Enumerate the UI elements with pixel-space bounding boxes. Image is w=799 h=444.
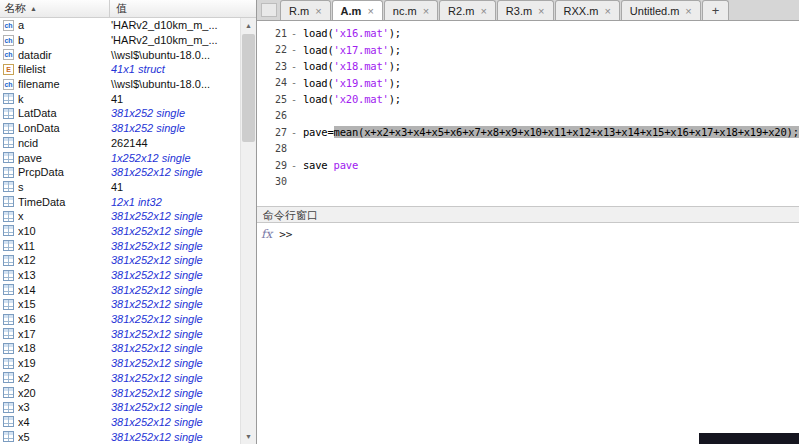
workspace-row[interactable]: PrcpData381x252x12 single [0,165,241,180]
close-tab-icon[interactable]: × [685,5,691,17]
workspace-row[interactable]: chdatadir\\wsl$\ubuntu-18.0... [0,47,241,62]
new-tab-button[interactable]: + [702,0,730,20]
workspace-value-column-header[interactable]: 值 [110,0,256,17]
code-text: pave=mean(x+x2+x3+x4+x5+x6+x7+x8+x9+x10+… [301,126,799,138]
close-tab-icon[interactable]: × [423,5,429,17]
line-number: 23 [257,61,287,72]
workspace-row[interactable]: x18381x252x12 single [0,341,241,356]
workspace-row[interactable]: chb'HARv2_d10km_m_... [0,33,241,48]
editor-tab-r3m[interactable]: R3.m× [497,0,554,20]
variable-value: 'HARv2_d10km_m_... [107,19,241,31]
code-line[interactable]: 21-load('x16.mat'); [257,25,799,42]
tab-label: R2.m [448,5,474,17]
workspace-row[interactable]: x10381x252x12 single [0,224,241,239]
code-line[interactable]: 27-pave=mean(x+x2+x3+x4+x5+x6+x7+x8+x9+x… [257,124,799,141]
close-tab-icon[interactable]: × [480,5,486,17]
workspace-row[interactable]: pave1x252x12 single [0,150,241,165]
close-tab-icon[interactable]: × [315,5,321,17]
code-line[interactable]: 24-load('x19.mat'); [257,75,799,92]
workspace-row[interactable]: Efilelist41x1 struct [0,62,241,77]
variable-value: 381x252x12 single [107,240,241,252]
workspace-row[interactable]: x15381x252x12 single [0,297,241,312]
workspace-row[interactable]: x11381x252x12 single [0,238,241,253]
scrollbar-thumb[interactable] [242,34,255,142]
code-line[interactable]: 26 [257,108,799,125]
workspace-variable-list: cha'HARv2_d10km_m_...chb'HARv2_d10km_m_.… [0,18,241,444]
editor-tab-bar: R.m×A.m×nc.m×R2.m×R3.m×RXX.m×Untitled.m×… [257,0,799,21]
variable-value: 41 [107,181,241,193]
fold-marker: - [287,94,301,105]
editor-tab-r2m[interactable]: R2.m× [439,0,496,20]
variable-value: 381x252x12 single [107,284,241,296]
workspace-row[interactable]: x2381x252x12 single [0,371,241,386]
workspace-row[interactable]: LatData381x252 single [0,106,241,121]
tab-label: Untitled.m [630,5,680,17]
num-variable-icon [3,328,14,339]
close-tab-icon[interactable]: × [604,5,610,17]
num-variable-icon [3,211,14,222]
workspace-row[interactable]: chfilename\\wsl$\ubuntu-18.0... [0,77,241,92]
char-variable-icon: ch [3,35,14,46]
line-number: 27 [257,127,287,138]
workspace-row[interactable]: s41 [0,180,241,195]
code-segment-plain: ); [389,93,401,105]
tab-label: RXX.m [564,5,599,17]
num-variable-icon [3,343,14,354]
workspace-header: 名称 ▲ 值 [0,0,256,18]
workspace-row[interactable]: x19381x252x12 single [0,356,241,371]
code-line[interactable]: 29-save pave [257,157,799,174]
variable-name: s [18,181,107,193]
workspace-row[interactable]: x3381x252x12 single [0,400,241,415]
workspace-row[interactable]: x4381x252x12 single [0,415,241,430]
workspace-panel: 名称 ▲ 值 cha'HARv2_d10km_m_...chb'HARv2_d1… [0,0,257,444]
num-variable-icon [3,255,14,266]
workspace-row[interactable]: x381x252x12 single [0,209,241,224]
scroll-down-arrow-icon[interactable]: ▼ [241,429,256,444]
workspace-row[interactable]: TimeData12x1 int32 [0,194,241,209]
code-line[interactable]: 23-load('x18.mat'); [257,58,799,75]
workspace-row[interactable]: x17381x252x12 single [0,326,241,341]
workspace-row[interactable]: LonData381x252 single [0,121,241,136]
close-tab-icon[interactable]: × [538,5,544,17]
workspace-row[interactable]: ncid262144 [0,136,241,151]
editor-tab-untitledm[interactable]: Untitled.m× [621,0,701,20]
variable-value: 381x252x12 single [107,328,241,340]
fold-marker: - [287,127,301,138]
variable-name: x15 [18,298,107,310]
workspace-row[interactable]: x13381x252x12 single [0,268,241,283]
workspace-row[interactable]: x14381x252x12 single [0,282,241,297]
char-variable-icon: ch [3,79,14,90]
variable-name: x4 [18,416,107,428]
variable-value: 381x252 single [107,122,241,134]
workspace-row[interactable]: x12381x252x12 single [0,253,241,268]
workspace-name-column-header[interactable]: 名称 ▲ [0,0,110,17]
matlab-window: 名称 ▲ 值 cha'HARv2_d10km_m_...chb'HARv2_d1… [0,0,799,444]
workspace-row[interactable]: x5381x252x12 single [0,429,241,444]
workspace-row[interactable]: x20381x252x12 single [0,385,241,400]
code-line[interactable]: 28 [257,141,799,158]
close-tab-icon[interactable]: × [367,5,373,17]
scroll-up-arrow-icon[interactable]: ▲ [241,18,256,33]
variable-name: x3 [18,401,107,413]
code-segment-plain: load( [303,27,334,39]
command-window[interactable]: fx >> [257,223,799,444]
editor-tab-am[interactable]: A.m× [332,0,383,20]
code-line[interactable]: 30 [257,174,799,191]
variable-name: pave [18,152,107,164]
code-editor[interactable]: 21-load('x16.mat');22-load('x17.mat');23… [257,21,799,206]
variable-value: 381x252x12 single [107,298,241,310]
code-line[interactable]: 25-load('x20.mat'); [257,91,799,108]
variable-value: 381x252x12 single [107,313,241,325]
editor-tab-rm[interactable]: R.m× [280,0,331,20]
workspace-row[interactable]: x16381x252x12 single [0,312,241,327]
code-line[interactable]: 22-load('x17.mat'); [257,42,799,59]
code-text: load('x17.mat'); [301,44,401,56]
editor-tab-rxxm[interactable]: RXX.m× [555,0,620,20]
num-variable-icon [3,123,14,134]
editor-tab-ncm[interactable]: nc.m× [384,0,438,20]
variable-name: ncid [18,137,107,149]
workspace-row[interactable]: k41 [0,91,241,106]
command-window-header[interactable]: 命令行窗口 [257,206,799,223]
workspace-scrollbar[interactable]: ▲ ▼ [240,18,256,444]
workspace-row[interactable]: cha'HARv2_d10km_m_... [0,18,241,33]
